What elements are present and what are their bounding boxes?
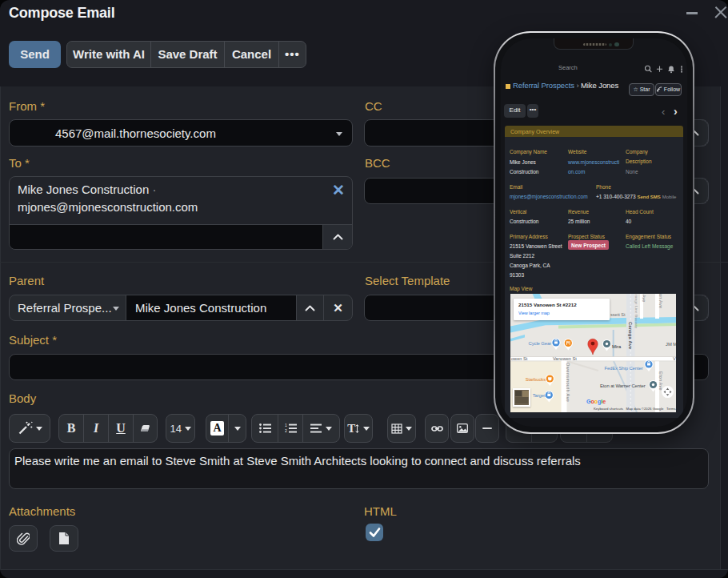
svg-text:Eton at Warner Center: Eton at Warner Center xyxy=(600,383,646,388)
svg-text:Starbucks: Starbucks xyxy=(526,377,546,382)
svg-text:ssett St: ssett St xyxy=(610,312,626,317)
svg-text:Ave: Ave xyxy=(642,295,646,302)
svg-text:on Ave: on Ave xyxy=(658,294,663,308)
svg-text:Owensmouth Ave: Owensmouth Ave xyxy=(566,363,570,402)
svg-text:V: V xyxy=(673,356,676,361)
svg-text:Vanowen St: Vanowen St xyxy=(553,356,577,361)
svg-text:e: e xyxy=(602,398,606,405)
svg-text:Keyboard shortcuts Map data: Keyboard shortcuts Map data ©2026 Google… xyxy=(594,407,676,411)
svg-text:Eton Ave: Eton Ave xyxy=(658,371,663,391)
svg-text:1: 1 xyxy=(285,423,287,427)
svg-text:Cycle Gear: Cycle Gear xyxy=(529,341,552,346)
svg-text:owen St: owen St xyxy=(511,356,528,361)
svg-text:range Line Busway: range Line Busway xyxy=(634,295,638,329)
svg-text:FedEx Ship Center: FedEx Ship Center xyxy=(604,366,642,371)
svg-text:Target: Target xyxy=(533,393,546,398)
svg-text:JM M: JM M xyxy=(666,342,676,347)
svg-text:2: 2 xyxy=(285,428,287,433)
svg-text:Mira: Mira xyxy=(612,344,622,349)
svg-text:Canoga Ave: Canoga Ave xyxy=(628,322,633,349)
